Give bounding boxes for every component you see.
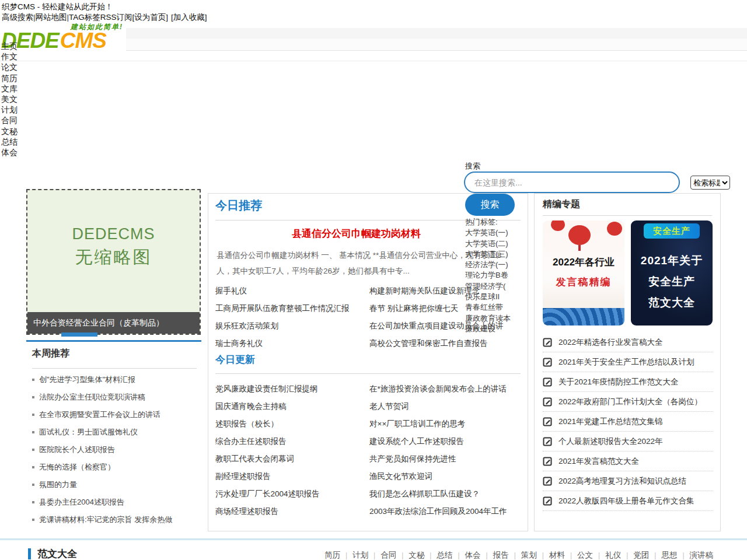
separator: | — [514, 551, 516, 559]
article-link[interactable]: 教职工代表大会闭幕词 — [208, 454, 362, 464]
topic-link[interactable]: 2022人教版四年级上册各单元作文合集 — [558, 496, 694, 506]
update-link-list: 党风廉政建设责任制汇报提纲在*旅游投资洽谈会新闻发布会上的讲话 国庆通宵晚会主持… — [208, 380, 528, 520]
article-link[interactable]: 瑞士商务礼仪 — [208, 338, 362, 349]
article-link[interactable]: 综合办主任述职报告 — [208, 436, 362, 447]
article-link[interactable]: 党课讲稿材料:牢记党的宗旨 发挥余热做 — [39, 514, 172, 525]
article-link[interactable]: 述职报告（校长） — [208, 419, 362, 429]
article-link[interactable]: 建设系统个人工作述职报告 — [362, 436, 528, 447]
category-link[interactable]: 思想 — [661, 550, 677, 560]
article-link[interactable]: 在全市双拥暨安置工作会议上的讲话 — [39, 410, 160, 420]
article-link[interactable]: 面试礼仪：男士面试服饰礼仪 — [39, 427, 138, 438]
topic-link[interactable]: 2022年政府部门工作计划大全（各岗位） — [558, 397, 702, 407]
nav-item-wenku[interactable]: 文库 — [1, 83, 18, 94]
article-link[interactable]: 法院办公室主任职位竞职演讲稿 — [39, 392, 145, 402]
article-link[interactable]: 县委办主任2004述职报告 — [39, 497, 124, 508]
article-link[interactable]: 握手礼仪 — [208, 286, 362, 296]
article-link[interactable]: 共产党员如何保持先进性 — [362, 454, 528, 464]
topic-link[interactable]: 2021年关于安全生产工作总结以及计划 — [558, 357, 694, 368]
top-link-tag[interactable]: TAG标签 — [69, 13, 100, 22]
nav-item-zuowen[interactable]: 作文 — [1, 51, 18, 62]
category-link[interactable]: 报告 — [493, 550, 509, 560]
nav-item-meiwen[interactable]: 美文 — [1, 94, 18, 104]
article-link[interactable]: 国庆通宵晚会主持稿 — [208, 401, 362, 412]
search-scope-select[interactable]: 检索标题 — [690, 176, 730, 190]
article-link[interactable]: 无悔的选择（检察官） — [39, 462, 115, 473]
list-item: 氛围的力量 — [32, 476, 198, 494]
category-link[interactable]: 文秘 — [409, 550, 424, 560]
article-link[interactable]: 污水处理厂厂长2004述职报告 — [208, 489, 362, 499]
article-link[interactable]: 商场经理述职报告 — [208, 506, 362, 517]
tag-link[interactable]: 青春红丝带 — [465, 302, 529, 313]
top-link-advanced-search[interactable]: 高级搜索 — [2, 13, 33, 22]
featured-article-title[interactable]: 县通信分公司巾帼建功岗材料 — [208, 227, 504, 240]
logo[interactable]: 建站如此简单! DEDECMS — [0, 22, 126, 53]
article-link[interactable]: 娱乐狂欢活动策划 — [208, 321, 362, 331]
topic-link[interactable]: 2022高考地理复习方法和知识点总结 — [558, 476, 686, 487]
nav-item-hetong[interactable]: 合同 — [1, 115, 18, 125]
article-link[interactable]: 2003年政法综治工作回顾及2004年工作 — [362, 506, 528, 517]
nav-item-lunwen[interactable]: 论文 — [1, 62, 18, 72]
link-row: 商场经理述职报告2003年政法综治工作回顾及2004年工作 — [208, 503, 528, 520]
top-link-set-homepage[interactable]: [设为首页] — [132, 13, 169, 22]
bullet-icon — [32, 396, 34, 398]
link-row: 国庆通宵晚会主持稿老人节贺词 — [208, 398, 528, 415]
link-row: 教职工代表大会闭幕词共产党员如何保持先进性 — [208, 450, 528, 468]
category-link[interactable]: 演讲稿 — [690, 550, 714, 560]
article-link[interactable]: 工商局开展队伍教育整顿工作情况汇报 — [208, 303, 362, 314]
topic-link[interactable]: 关于2021年疫情防控工作范文大全 — [558, 377, 679, 387]
tag-link[interactable]: 经济法学(一) — [465, 260, 529, 270]
topic-link[interactable]: 2021年发言稿范文大全 — [558, 456, 639, 467]
nav-item-zongjie[interactable]: 总结 — [1, 136, 18, 147]
top-link-sitemap[interactable]: 网站地图 — [36, 13, 67, 22]
article-link[interactable]: 创"先进学习型集体"材料汇报 — [39, 374, 135, 385]
nav-item-home[interactable]: 主页 — [1, 41, 18, 51]
article-link[interactable]: 渔民文化节欢迎词 — [362, 471, 528, 482]
promo-card-speeches-2022[interactable]: 2022年各行业 发言稿精编 — [543, 220, 624, 326]
article-link[interactable]: 氛围的力量 — [39, 480, 77, 490]
topic-link[interactable]: 2022年精选各行业发言稿大全 — [558, 337, 663, 348]
category-link[interactable]: 材料 — [549, 550, 565, 560]
tag-link[interactable]: 理论力学B卷 — [465, 270, 529, 281]
featured-article-card[interactable]: DEDECMS 无缩略图 中外合资经营企业合同（皮革制品） — [26, 189, 201, 335]
nav-item-tihui[interactable]: 体会 — [1, 147, 18, 158]
top-link-add-favorite[interactable]: [加入收藏] — [171, 13, 207, 22]
tag-link[interactable]: 大学英语(一) — [465, 228, 529, 238]
category-link[interactable]: 总结 — [437, 550, 452, 560]
nav-item-jianli[interactable]: 简历 — [1, 73, 18, 83]
topic-link[interactable]: 2021年党建工作总结范文集锦 — [558, 416, 663, 427]
category-link[interactable]: 简历 — [324, 550, 340, 560]
search-input[interactable] — [464, 172, 680, 193]
article-link[interactable]: 高校公文管理和保密工作自查报告 — [362, 338, 528, 349]
article-link[interactable]: 老人节贺词 — [362, 401, 528, 412]
category-link[interactable]: 党团 — [633, 550, 649, 560]
nav-item-jihua[interactable]: 计划 — [1, 104, 18, 115]
article-link[interactable]: 党风廉政建设责任制汇报提纲 — [208, 384, 362, 394]
tag-link[interactable]: 大学英语(二) — [465, 239, 529, 249]
bullet-icon — [32, 431, 34, 433]
top-link-rss[interactable]: RSS订阅 — [100, 13, 132, 22]
article-link[interactable]: 在*旅游投资洽谈会新闻发布会上的讲话 — [362, 384, 528, 394]
tag-link[interactable]: 廉政教育读本 — [465, 313, 529, 324]
category-link[interactable]: 礼仪 — [605, 550, 621, 560]
promo-card-safety-2021[interactable]: 安全生产 2021年关于 安全生产 范文大全 — [631, 220, 713, 326]
topic-link[interactable]: 个人最新述职报告大全2022年 — [558, 436, 663, 447]
category-link[interactable]: 公文 — [577, 550, 593, 560]
nav-item-wenmi[interactable]: 文秘 — [1, 126, 18, 136]
separator: | — [430, 551, 431, 559]
carousel-indicator[interactable] — [61, 332, 97, 337]
tag-link[interactable]: 大学英语(三) — [465, 249, 529, 260]
category-link[interactable]: 计划 — [352, 550, 368, 560]
category-link[interactable]: 体会 — [465, 550, 481, 560]
tag-link[interactable]: 管理经济学( — [465, 281, 529, 292]
category-link[interactable]: 合同 — [381, 550, 396, 560]
category-link[interactable]: 策划 — [521, 550, 537, 560]
article-link[interactable]: 副经理述职报告 — [208, 471, 362, 482]
search-button[interactable]: 搜索 — [465, 194, 515, 216]
search-label: 搜索 — [465, 161, 480, 172]
article-link[interactable]: 医院院长个人述职报告 — [39, 444, 115, 455]
article-link[interactable]: 对××厂职工培训工作的思考 — [362, 419, 528, 429]
tag-link[interactable]: 快乐星球II — [465, 292, 529, 302]
article-link[interactable]: 我们是怎么样抓职工队伍建设？ — [362, 489, 528, 499]
tag-link[interactable]: 廉政建设 — [465, 324, 529, 334]
link-row: 述职报告（校长）对××厂职工培训工作的思考 — [208, 415, 528, 433]
